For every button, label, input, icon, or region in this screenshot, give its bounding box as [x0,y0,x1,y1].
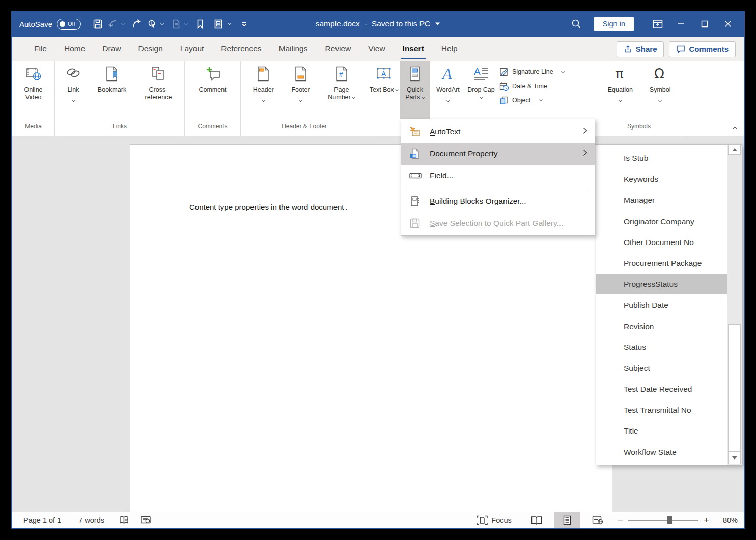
object-button[interactable]: Object [499,95,596,106]
search-button[interactable] [569,16,584,32]
tab-insert[interactable]: Insert [394,37,433,61]
submenu-item-keywords[interactable]: Keywords [596,169,727,190]
tab-help[interactable]: Help [433,37,466,61]
focus-button[interactable]: Focus [471,512,517,528]
submenu-item-other-document-no[interactable]: Other Document No [596,232,727,253]
submenu-item-status[interactable]: Status [596,337,727,358]
bookmark-label: Bookmark [98,86,126,94]
focus-label: Focus [491,516,512,524]
drop-cap-button[interactable]: A Drop Cap [466,61,496,119]
submenu-item-revision[interactable]: Revision [596,316,727,337]
tab-file[interactable]: File [25,37,55,61]
tab-home[interactable]: Home [55,37,94,61]
page-number-button[interactable]: # Page Number [322,61,361,119]
wordart-button[interactable]: A WordArt [430,61,466,119]
share-button[interactable]: Share [617,41,664,57]
submenu-item-test-transmittal-no[interactable]: Test Transmittal No [596,399,727,420]
menu-item-building-blocks-organizer[interactable]: Building Blocks Organizer... [401,190,595,212]
submenu-item-workflow-state[interactable]: Workflow State [596,442,727,463]
proofing-button[interactable] [114,512,135,528]
tab-draw[interactable]: Draw [94,37,129,61]
zoom-level[interactable]: 80% [713,516,738,524]
date-time-button[interactable]: Date & Time [499,80,596,92]
maximize-button[interactable] [693,11,716,37]
bookmark-button[interactable]: Bookmark [92,61,132,119]
cross-reference-button[interactable]: Cross-reference [137,61,179,119]
signature-line-button[interactable]: Signature Line [499,66,596,77]
autosave-state: Off [68,21,75,27]
submenu-item-subject[interactable]: Subject [596,358,727,379]
bookmark-quick-button[interactable] [192,16,208,32]
toggle-knob-icon [60,21,65,27]
sign-in-button[interactable]: Sign in [594,17,634,31]
touch-mouse-mode-button[interactable] [145,16,160,32]
submenu-item-publish-date[interactable]: Publish Date [596,294,727,315]
object-label: Object [512,97,530,104]
quick-parts-button[interactable]: Quick Parts [400,61,430,119]
header-dropdown-icon [262,99,265,102]
tab-mailings[interactable]: Mailings [270,37,317,61]
link-button[interactable]: Link [60,61,87,119]
submenu-item-title[interactable]: Title [596,420,727,441]
tab-references[interactable]: References [212,37,270,61]
word-count[interactable]: 7 words [73,512,109,528]
svg-text:A: A [381,70,386,78]
web-layout-icon [592,515,604,526]
qat-overflow-button[interactable] [237,16,252,32]
zoom-slider-thumb[interactable] [667,516,672,524]
svg-text:A: A [441,66,452,82]
redo-button[interactable] [129,16,145,32]
zoom-in-button[interactable]: + [704,515,709,526]
view-layout-button[interactable] [211,16,226,32]
submenu-item-test-date-received[interactable]: Test Date Received [596,379,727,399]
scroll-up-button[interactable] [728,145,741,155]
submenu-item-progressstatus[interactable]: ProgressStatus [596,274,727,294]
save-button[interactable] [90,16,105,32]
group-media: Online Video Media [12,61,55,136]
text-box-button[interactable]: A Text Box [368,61,400,119]
footer-button[interactable]: Footer [286,61,316,119]
object-icon [499,96,509,105]
page-indicator[interactable]: Page 1 of 1 [18,512,66,528]
title-bar: AutoSave Off [11,11,745,37]
read-mode-button[interactable] [524,512,549,528]
signature-line-label: Signature Line [512,68,553,75]
building-blocks-organizer-icon [409,195,422,207]
tab-design[interactable]: Design [130,37,172,61]
tab-layout[interactable]: Layout [172,37,213,61]
print-preview-icon [171,19,181,29]
submenu-item-originator-company[interactable]: Originator Company [596,211,727,232]
minimize-button[interactable] [669,11,693,37]
menu-item-field[interactable]: Field... [401,165,595,186]
collapse-ribbon-button[interactable] [733,124,737,133]
accessibility-checker-button[interactable] [135,512,157,528]
comment-button[interactable]: Comment [192,61,233,119]
submenu-item-procurement-package[interactable]: Procurement Package [596,253,727,274]
online-video-button[interactable]: Online Video [16,61,51,119]
ribbon-tab-row: File Home Draw Design Layout References … [12,37,744,61]
tab-review[interactable]: Review [316,37,359,61]
scroll-down-button[interactable] [728,451,741,464]
menu-item-document-property[interactable]: Document Property [401,143,595,165]
print-preview-button[interactable] [169,16,184,32]
submenu-item-is-stub[interactable]: Is Stub [596,148,727,169]
print-layout-button[interactable] [554,512,580,528]
zoom-out-button[interactable]: − [618,515,623,526]
menu-item-autotext[interactable]: AutoText [401,121,595,143]
comments-button[interactable]: Comments [669,41,736,57]
group-label-links: Links [55,123,184,136]
undo-button[interactable] [105,16,121,32]
submenu-item-manager[interactable]: Manager [596,190,727,210]
document-body-text[interactable]: Content type properties in the word docu… [189,203,347,211]
web-layout-button[interactable] [585,512,610,528]
ribbon-display-options-button[interactable] [646,11,669,37]
autosave-toggle[interactable]: Off [57,19,81,30]
scrollbar-thumb[interactable] [728,324,741,451]
tab-view[interactable]: View [359,37,394,61]
zoom-slider[interactable] [628,520,698,521]
symbol-button[interactable]: Ω Symbol [643,61,677,119]
submenu-scrollbar[interactable] [727,145,742,465]
header-button[interactable]: Header [247,61,279,119]
equation-button[interactable]: π Equation [601,61,639,119]
close-button[interactable] [716,11,740,37]
